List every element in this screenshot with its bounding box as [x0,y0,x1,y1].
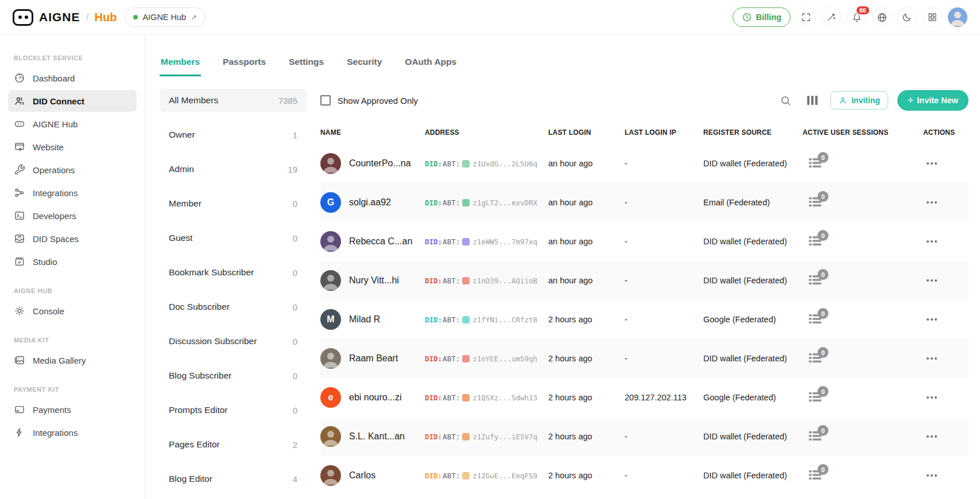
sidebar-item-integrations[interactable]: Integrations [8,182,137,204]
sessions-button[interactable]: 0 [808,430,822,443]
user-avatar[interactable] [948,7,967,27]
member-address-cell[interactable]: DID: ABT: z1ZGuE...EeqFS9 [425,471,548,480]
dark-mode-button[interactable] [897,7,917,27]
member-name-cell: M Milad R [320,309,425,330]
show-approved-only-checkbox[interactable]: Show Approved Only [320,95,418,106]
role-filter-item[interactable]: Doc Subscriber 0 [160,295,307,318]
sidebar-item-media-gallery[interactable]: Media Gallery [8,349,137,371]
row-actions-button[interactable] [927,396,969,399]
sessions-button[interactable]: 0 [808,313,822,326]
column-header-name[interactable]: NAME [320,128,425,137]
sidebar-item-did-spaces[interactable]: DID Spaces [8,228,137,250]
column-header-actions[interactable]: ACTIONS [923,128,969,137]
member-avatar[interactable] [320,348,341,369]
member-address-cell[interactable]: DID: ABT: z1Zufy...iE5V7q [425,432,548,441]
sessions-button[interactable]: 0 [808,352,822,365]
member-row[interactable]: G solgi.aa92 DID: ABT: [320,183,969,222]
member-address-cell[interactable]: DID: ABT: z1eWW5...7m97xq [425,237,548,246]
sessions-button[interactable]: 0 [808,157,822,170]
member-avatar[interactable]: G [320,192,341,213]
sidebar-item-payment-integrations[interactable]: Integrations [8,422,137,443]
role-filter-item[interactable]: Guest 0 [160,227,307,250]
member-address-cell[interactable]: DID: ABT: z1nD39...AQiioB [425,276,548,285]
column-header-last-login[interactable]: LAST LOGIN [548,128,625,137]
member-avatar[interactable] [320,426,341,447]
sidebar-item-aigne-hub[interactable]: AIGNE Hub [8,113,137,135]
tab-security[interactable]: Security [346,51,383,76]
checkbox-icon[interactable] [320,95,331,106]
invite-new-button[interactable]: + Invite New [897,90,969,111]
inviting-button[interactable]: Inviting [830,91,888,110]
search-button[interactable] [777,92,795,109]
tab-passports[interactable]: Passports [222,51,267,76]
sidebar-item-website[interactable]: Website [8,136,137,158]
apps-menu-button[interactable] [923,7,942,27]
tab-oauth-apps[interactable]: OAuth Apps [404,51,458,76]
role-filter-item[interactable]: Owner 1 [160,123,307,146]
member-row[interactable]: M Milad R DID: ABT: [320,300,969,339]
member-avatar[interactable]: e [320,387,341,408]
member-row[interactable]: e ebi nouro...zi DID: ABT: [320,378,969,417]
sessions-button[interactable]: 0 [808,235,822,248]
column-header-last-login-ip[interactable]: LAST LOGIN IP [625,128,703,137]
sidebar-item-did-connect[interactable]: DID Connect [8,90,137,112]
member-address-cell[interactable]: DID: ABT: z1fYNi...CRfzt8 [425,315,548,324]
row-actions-button[interactable] [927,435,969,438]
sidebar-item-console[interactable]: Console [8,300,137,322]
magic-wand-button[interactable] [822,7,841,27]
view-columns-button[interactable] [804,92,821,109]
sidebar-item-dashboard[interactable]: Dashboard [8,67,137,89]
row-actions-button[interactable] [927,201,969,204]
role-filter-item[interactable]: Admin 19 [160,158,307,181]
row-actions-button[interactable] [927,162,969,165]
role-filter-item[interactable]: Blog Editor 4 [160,467,307,490]
sidebar-item-developers[interactable]: Developers [8,205,137,227]
sessions-button[interactable]: 0 [808,274,822,287]
member-row[interactable]: Rebecca C...an DID: ABT: z1eWW5...7m97xq… [320,222,969,261]
row-actions-button[interactable] [927,279,969,282]
role-filter-item[interactable]: Bookmark Subscriber 0 [160,261,307,284]
sidebar-item-operations[interactable]: Operations [8,159,137,181]
column-header-register-source[interactable]: REGISTER SOURCE [703,128,803,137]
row-actions-button[interactable] [927,474,969,477]
role-filter-item[interactable]: Pages Editor 2 [160,433,307,456]
role-filter-item[interactable]: Prompts Editor 0 [160,399,307,422]
fullscreen-button[interactable] [796,7,816,27]
brand-logo[interactable]: AIGNE / Hub [13,9,117,26]
member-row[interactable]: S.L. Kant...an DID: ABT: z1Zufy...iE5V7q… [320,417,969,456]
sidebar-item-studio[interactable]: Studio [8,251,137,272]
member-avatar[interactable] [320,270,341,291]
member-address-cell[interactable]: DID: ABT: z1UxdG...2L5U6q [425,159,548,168]
column-header-active-user-sessions[interactable]: ACTIVE USER SESSIONS [803,128,923,137]
member-avatar[interactable]: M [320,309,341,330]
sessions-button[interactable]: 0 [808,469,822,482]
tab-members[interactable]: Members [160,51,201,76]
sidebar-item-payments[interactable]: Payments [8,399,137,420]
row-actions-button[interactable] [927,357,969,360]
role-filter-item[interactable]: Blog Subscriber 0 [160,364,307,387]
member-avatar[interactable] [320,231,341,252]
app-switcher-pill[interactable]: AIGNE Hub ↗ [125,7,206,27]
notifications-button[interactable]: 86 [847,7,866,27]
billing-button[interactable]: Billing [733,7,791,27]
member-row[interactable]: Nury Vitt...hi DID: ABT: z1nD39...AQiioB… [320,261,969,300]
role-filter-item[interactable]: Member 0 [160,192,307,215]
role-filter-item[interactable]: All Members 7385 [160,89,307,112]
member-avatar[interactable] [320,153,341,174]
tab-settings[interactable]: Settings [288,51,325,76]
member-avatar[interactable] [320,465,341,486]
member-address-cell[interactable]: DID: ABT: z1QSXz...Sdwh13 [425,393,548,402]
member-address-cell[interactable]: DID: ABT: z1gLT2...exvDRX [425,198,548,207]
sessions-button[interactable]: 0 [808,196,822,209]
locale-button[interactable] [872,7,892,27]
row-actions-button[interactable] [927,240,969,243]
member-row[interactable]: CounterPo...na DID: ABT: z1UxdG...2L5U6q… [320,144,969,183]
calendar-check-icon [14,256,25,267]
member-address-cell[interactable]: DID: ABT: z1nYEE...um59qh [425,354,548,363]
member-row[interactable]: Raam Beart DID: ABT: z1nYEE...um59qh 2 h… [320,339,969,378]
column-header-address[interactable]: ADDRESS [425,128,548,137]
sessions-button[interactable]: 0 [808,391,822,404]
member-row[interactable]: Carlos DID: ABT: z1ZGuE...EeqFS9 2 hours… [320,456,969,495]
role-filter-item[interactable]: Discussion Subscriber 0 [160,330,307,353]
row-actions-button[interactable] [927,318,969,321]
